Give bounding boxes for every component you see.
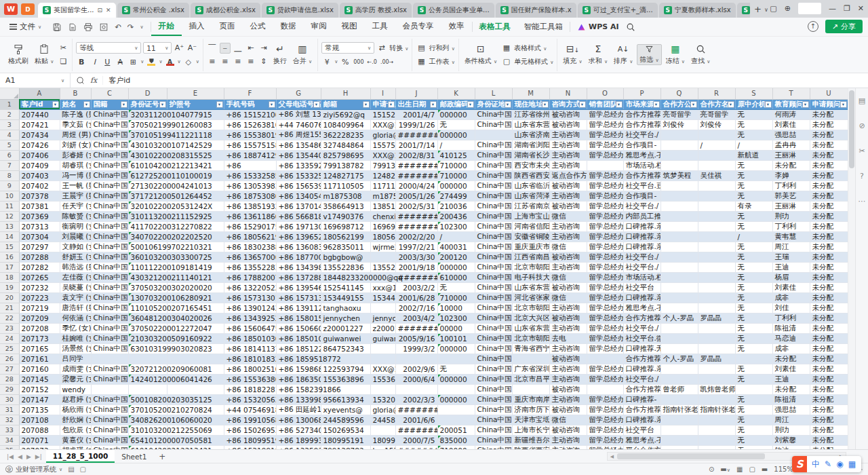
cell-U23[interactable]: 未分配 (810, 323, 848, 333)
cell-C27[interactable]: China中国 (91, 364, 128, 374)
cell-M4[interactable]: 山东省济南 (512, 130, 549, 140)
cell-T11[interactable]: 王丽淋 (772, 201, 810, 211)
cell-K25[interactable]: 000000 (437, 343, 475, 354)
cell-B32[interactable]: 舒欣娴 (女 (60, 415, 91, 425)
cell-C17[interactable]: China中国 (91, 262, 128, 272)
cell-H9[interactable]: 117110505 (321, 180, 370, 191)
row-number-19[interactable]: 19 (0, 282, 19, 292)
cell-S4[interactable]: 无 (735, 130, 772, 140)
filter-icon[interactable]: ▾ (363, 101, 370, 108)
cell-H6[interactable]: 825798695 (321, 150, 370, 160)
cell-J4[interactable]: ######## (395, 130, 437, 140)
cell-S34[interactable]: 无 (735, 435, 772, 445)
cell-S7[interactable]: 无 (735, 160, 772, 170)
cell-D5[interactable]: 430103200107142529 (128, 140, 167, 150)
cell-L34[interactable]: China中国 (475, 435, 512, 445)
cell-D12[interactable]: 310113200211152925 (128, 211, 167, 221)
row-number-31[interactable]: 31 (0, 404, 19, 415)
cell-H33[interactable]: 150269534 (321, 425, 370, 435)
cell-O16[interactable]: 留学总经办 (587, 252, 623, 262)
cell-I16[interactable] (370, 252, 395, 262)
cell-Q31[interactable]: 指南针张老师 (660, 404, 698, 415)
cell-Q14[interactable] (660, 231, 698, 242)
cell-M31[interactable]: 济南市历下 (512, 404, 549, 415)
cell-H28[interactable]: 155363896 (321, 374, 370, 384)
cell-R15[interactable] (698, 242, 735, 252)
cell-F5[interactable]: +86 15575158 (224, 140, 276, 150)
cell-M26[interactable] (512, 354, 549, 364)
row-number-14[interactable]: 14 (0, 231, 19, 242)
cell-K18[interactable]: 610000 (437, 272, 475, 282)
cell-U10[interactable]: 未分配 (810, 191, 848, 201)
cell-T6[interactable]: 王丽淋 (772, 150, 810, 160)
cell-I29[interactable] (370, 384, 395, 394)
cell-H34[interactable]: 180995191 (321, 435, 370, 445)
cell-H11[interactable]: 358664913 (321, 201, 370, 211)
cell-G23[interactable]: +86 1506607386 (276, 323, 321, 333)
cell-D25[interactable]: 630103199903020823 (128, 343, 167, 354)
header-cell-B[interactable]: 姓名▾ (60, 99, 91, 109)
cell-S19[interactable]: 无 (735, 282, 772, 292)
cell-F20[interactable]: +86 15731301 (224, 292, 276, 303)
cell-M21[interactable]: 北京市朝阳 (512, 303, 549, 313)
page-layout-view-icon[interactable]: ▢ (749, 466, 755, 473)
cell-Q9[interactable] (660, 180, 698, 191)
cell-K9[interactable]: 000000 (437, 180, 475, 191)
cell-B27[interactable]: 成雨雯 (女 (60, 364, 91, 374)
cell-R6[interactable] (698, 150, 735, 160)
cell-M29[interactable] (512, 384, 549, 394)
cell-K14[interactable]: / (437, 231, 475, 242)
cell-B14[interactable]: 刘晨曦 (女 (60, 231, 91, 242)
cell-U18[interactable]: 未分配 (810, 272, 848, 282)
cell-B28[interactable]: 梁馨元 (女 (60, 374, 91, 384)
cell-K15[interactable]: 400031 (437, 242, 475, 252)
cell-S2[interactable]: 无 (735, 109, 772, 119)
header-cell-L[interactable]: 身份证地▾ (475, 99, 512, 109)
header-cell-M[interactable]: 现住地址▾ (512, 99, 549, 109)
last-sheet-icon[interactable]: ▶| (35, 453, 42, 460)
cell-R11[interactable] (698, 201, 735, 211)
cell-T9[interactable]: 丁利利 (772, 180, 810, 191)
cell-K26[interactable] (437, 354, 475, 364)
cell-B29[interactable]: wendy (60, 384, 91, 394)
cell-Q15[interactable] (660, 242, 698, 252)
row-number-28[interactable]: 28 (0, 374, 19, 384)
cell-U34[interactable]: 未分配 (810, 435, 848, 445)
header-cell-F[interactable]: 手机号码▾ (224, 99, 276, 109)
reading-view-icon[interactable]: ▬ (762, 466, 768, 473)
row-number-18[interactable]: 18 (0, 272, 19, 282)
increase-font-icon[interactable]: A⁺ (174, 43, 184, 54)
cell-L15[interactable]: China中国 (475, 242, 512, 252)
cell-S18[interactable]: 无 (735, 272, 772, 282)
cell-Q24[interactable] (660, 333, 698, 343)
cell-S25[interactable]: 无 (735, 343, 772, 354)
header-cell-T[interactable]: 教育顾问▾ (772, 99, 810, 109)
cell-S32[interactable]: 无 (735, 415, 772, 425)
cell-O10[interactable]: 留学总经办 (587, 191, 623, 201)
cell-C10[interactable]: China中国 (91, 191, 128, 201)
cell-K4[interactable]: 000000 (437, 130, 475, 140)
cell-L11[interactable]: China中国 (475, 201, 512, 211)
cell-O34[interactable]: 留学总经办 (587, 435, 623, 445)
cell-M28[interactable]: 北京市昌平 (512, 374, 549, 384)
cell-O19[interactable]: 留学总经办 (587, 282, 623, 292)
cell-G19[interactable]: +86 1395468251 (276, 282, 321, 292)
cell-N2[interactable]: 被动咨询 (549, 109, 587, 119)
document-tab[interactable]: S可过_支付宝+_滴... (578, 3, 658, 18)
cell-Q26[interactable]: 个人-罗晶 (660, 354, 698, 364)
cell-A29[interactable]: 207152 (19, 384, 60, 394)
cell-A33[interactable]: 207088 (19, 425, 60, 435)
docer-icon[interactable]: D (21, 3, 35, 15)
cell-O28[interactable]: 留学总经办 (587, 374, 623, 384)
cell-R23[interactable] (698, 323, 735, 333)
column-header-J[interactable]: J (395, 88, 437, 99)
cell-P22[interactable]: 合作方推荐 (623, 313, 660, 323)
filter-icon[interactable]: ▾ (653, 101, 660, 108)
menu-item-工具[interactable]: 工具 (365, 18, 395, 36)
cell-P10[interactable]: 合作项目- (623, 191, 660, 201)
cell-P28[interactable]: 社交平台./ (623, 374, 660, 384)
scroll-left-icon[interactable]: ◀ (608, 454, 616, 459)
cell-C31[interactable]: China中国 (91, 404, 128, 415)
cell-R21[interactable] (698, 303, 735, 313)
cell-L12[interactable]: China中国 (475, 211, 512, 221)
